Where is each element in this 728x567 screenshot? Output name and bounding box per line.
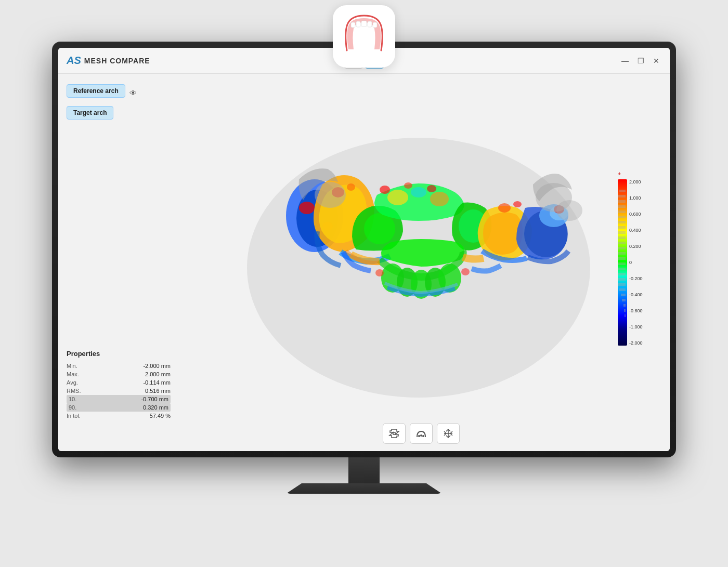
svg-point-63 [418, 435, 420, 437]
app-icon [333, 5, 395, 68]
svg-rect-38 [619, 190, 626, 192]
prop-max-label: Max. [67, 371, 79, 377]
prop-90-value: 0.320 mm [143, 404, 168, 411]
svg-rect-44 [618, 221, 626, 223]
app-window: AS MESH COMPARE [58, 48, 670, 451]
minimize-button[interactable]: — [620, 56, 630, 66]
svg-rect-49 [618, 247, 626, 249]
svg-rect-47 [618, 236, 626, 239]
svg-point-15 [387, 190, 408, 205]
monitor-screen: AS MESH COMPARE [58, 48, 670, 451]
svg-point-35 [315, 182, 346, 208]
prop-90: 90. 0.320 mm [67, 403, 171, 412]
svg-rect-54 [618, 273, 626, 275]
prop-10: 10. -0.700 mm [67, 395, 171, 403]
svg-rect-55 [618, 278, 626, 281]
prop-avg: Avg. -0.114 mm [67, 378, 171, 387]
svg-rect-46 [618, 231, 626, 234]
svg-rect-61 [624, 309, 626, 312]
svg-rect-51 [618, 257, 626, 260]
svg-point-16 [430, 192, 449, 206]
svg-point-64 [420, 434, 422, 437]
scale-value-04: 0.400 [629, 228, 643, 233]
prop-intol-value: 57.49 % [150, 413, 171, 419]
svg-rect-40 [618, 200, 626, 203]
svg-point-18 [380, 186, 390, 194]
svg-point-26 [513, 201, 522, 207]
svg-rect-52 [618, 262, 626, 265]
scale-value-n1: -1.000 [629, 324, 643, 329]
svg-rect-62 [625, 314, 626, 317]
logo-letters: AS [67, 55, 81, 67]
monitor-base [286, 483, 442, 494]
svg-rect-48 [618, 242, 626, 244]
svg-point-33 [375, 269, 384, 276]
window-controls: — ❐ ✕ [620, 56, 661, 66]
eye-icon[interactable]: 👁 [129, 89, 137, 97]
arch-view-button[interactable] [410, 423, 433, 444]
svg-point-37 [556, 200, 582, 221]
reference-arch-button[interactable]: Reference arch [67, 84, 125, 98]
monitor-bezel: AS MESH COMPARE [52, 42, 676, 457]
target-arch-button[interactable]: Target arch [67, 106, 113, 120]
reference-arch-row: Reference arch 👁 [67, 84, 164, 102]
svg-rect-53 [618, 268, 626, 270]
svg-point-25 [498, 203, 511, 213]
svg-point-10 [299, 202, 315, 214]
bottom-toolbar [383, 423, 460, 444]
app-name: MESH COMPARE [84, 57, 150, 65]
svg-rect-39 [618, 195, 626, 197]
swap-button[interactable] [383, 423, 406, 444]
svg-point-7 [247, 138, 590, 398]
scale-plus-label: + [618, 171, 621, 177]
svg-point-17 [411, 187, 426, 197]
prop-intol-label: In tol. [67, 413, 81, 419]
properties-title: Properties [67, 350, 171, 358]
monitor-neck [348, 457, 380, 483]
prop-intol: In tol. 57.49 % [67, 412, 171, 420]
scale-value-02: 0.200 [629, 244, 643, 249]
scale-labels: 2.000 1.000 0.600 0.400 0.200 0 -0.200 -… [629, 179, 643, 346]
svg-rect-4 [368, 21, 372, 27]
scale-value-n06: -0.600 [629, 308, 643, 313]
prop-rms-label: RMS. [67, 388, 81, 394]
svg-point-12 [364, 213, 395, 244]
prop-min: Min. -2.000 mm [67, 362, 171, 370]
scale-bar [618, 179, 627, 346]
prop-max-value: 2.000 mm [145, 371, 171, 377]
svg-rect-60 [623, 304, 626, 307]
viewport: + [173, 74, 670, 451]
maximize-button[interactable]: ❐ [635, 56, 646, 66]
prop-rms-value: 0.516 mm [145, 388, 171, 394]
target-arch-row: Target arch [67, 106, 164, 124]
monitor: AS MESH COMPARE [52, 42, 676, 489]
properties-panel: Properties Min. -2.000 mm Max. 2.000 mm … [67, 350, 171, 420]
prop-avg-label: Avg. [67, 379, 78, 386]
svg-rect-5 [373, 22, 377, 28]
close-button[interactable]: ✕ [651, 56, 661, 66]
move-button[interactable] [437, 423, 460, 444]
scale-value-1: 1.000 [629, 195, 643, 201]
prop-10-label: 10. [69, 396, 76, 402]
svg-point-14 [347, 183, 355, 191]
prop-90-label: 90. [69, 404, 76, 411]
svg-point-34 [461, 268, 470, 275]
scale-value-06: 0.600 [629, 212, 643, 217]
prop-min-label: Min. [67, 363, 77, 369]
svg-point-19 [404, 182, 412, 189]
prop-max: Max. 2.000 mm [67, 370, 171, 378]
prop-min-value: -2.000 mm [143, 363, 171, 369]
color-scale: + [618, 179, 659, 346]
scale-value-max: 2.000 [629, 179, 643, 184]
svg-point-20 [427, 185, 436, 192]
svg-rect-50 [618, 252, 626, 255]
prop-avg-value: -0.114 mm [143, 379, 171, 386]
svg-rect-58 [621, 294, 626, 296]
svg-rect-2 [356, 21, 360, 27]
svg-rect-57 [619, 288, 626, 291]
svg-rect-1 [351, 22, 355, 28]
scale-value-0: 0 [629, 260, 643, 265]
svg-rect-45 [618, 226, 626, 229]
scene: AS MESH COMPARE [0, 0, 728, 567]
svg-rect-3 [361, 21, 367, 27]
